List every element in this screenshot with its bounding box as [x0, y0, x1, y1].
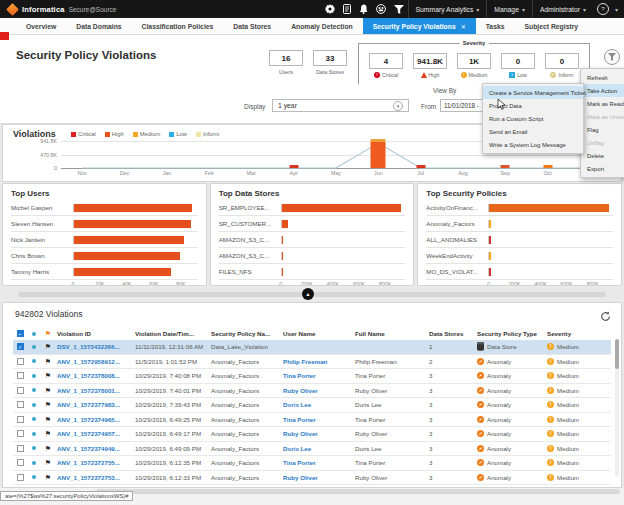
select-all-checkbox[interactable]: –	[17, 330, 24, 337]
timeline-bar-oct[interactable]	[543, 165, 552, 168]
menu-item-delete[interactable]: Delete	[581, 149, 624, 162]
timeline-bar-apr[interactable]	[289, 165, 298, 168]
table-row[interactable]: ⚑ANV_1_1572377983...10/29/2019, 7:39:43 …	[13, 398, 611, 413]
row-checkbox[interactable]	[17, 445, 24, 452]
row-checkbox[interactable]	[17, 372, 24, 379]
timeline-bar-jun[interactable]	[371, 142, 386, 168]
close-icon[interactable]: ✕	[461, 23, 466, 30]
tab-data-domains[interactable]: Data Domains	[66, 18, 131, 34]
menu-item-take-action[interactable]: Take Action	[581, 84, 624, 97]
row-checkbox[interactable]	[17, 358, 24, 365]
row-checkbox[interactable]	[17, 430, 24, 437]
user-name-link[interactable]: Tina Porter	[283, 459, 316, 466]
row-checkbox[interactable]	[17, 474, 24, 481]
column-header-violation-id[interactable]: Violation ID	[57, 330, 91, 337]
tab-data-stores[interactable]: Data Stores	[223, 18, 281, 34]
flag-icon[interactable]: ⚑	[45, 401, 51, 408]
scrollbar-thumb[interactable]	[615, 339, 619, 369]
user-name-link[interactable]: Ruby Oliver	[283, 387, 318, 394]
violation-id-link[interactable]: ANV_1_1572372755...	[57, 459, 120, 466]
horizontal-scrollbar[interactable]	[96, 489, 620, 494]
user-name-link[interactable]: Philip Freeman	[283, 358, 327, 365]
bar[interactable]	[489, 220, 490, 228]
table-row[interactable]: ⚑ANV_1_1572378008...10/29/2019, 7:40:08 …	[13, 369, 611, 384]
table-row[interactable]: ✓⚑DSV_1_1573432266...11/11/2019, 12:31:0…	[13, 340, 611, 355]
filter-funnel-icon[interactable]	[394, 5, 404, 14]
violation-id-link[interactable]: ANV_1_1572374957...	[57, 430, 120, 437]
row-checkbox[interactable]	[17, 459, 24, 466]
column-header-security-policy-na[interactable]: Security Policy Na...	[211, 330, 270, 337]
user-name-link[interactable]: Tina Porter	[283, 372, 316, 379]
timeline-bar-sep[interactable]	[501, 165, 510, 168]
violation-id-link[interactable]: ANV_1_1572372753...	[57, 474, 120, 481]
topbar-menu-summary-analytics[interactable]: Summary Analytics▾	[408, 0, 487, 18]
flag-icon[interactable]: ⚑	[45, 445, 51, 452]
bar[interactable]	[74, 220, 191, 228]
bar[interactable]	[489, 252, 490, 260]
table-row[interactable]: ⚑ANV_1_1572378001...10/29/2019, 7:40:01 …	[13, 384, 611, 399]
flag-icon[interactable]: ⚑	[45, 343, 51, 350]
table-row[interactable]: ⚑ANV_1_1572958912...11/5/2019, 1:01:52 P…	[13, 355, 611, 370]
topbar-menu-administrator[interactable]: Administrator▾	[532, 0, 593, 18]
row-checkbox[interactable]	[17, 401, 24, 408]
tab-anomaly-detection[interactable]: Anomaly Detection	[281, 18, 363, 34]
display-range-select[interactable]: 1 year ▾	[272, 99, 409, 112]
violation-id-link[interactable]: DSV_1_1573432266...	[57, 343, 120, 350]
flag-icon[interactable]: ⚑	[45, 358, 51, 365]
violation-id-link[interactable]: ANV_1_1572374949...	[57, 445, 120, 452]
flag-icon[interactable]: ⚑	[45, 416, 51, 423]
bar[interactable]	[282, 268, 284, 276]
bar[interactable]	[74, 268, 171, 276]
flag-icon[interactable]: ⚑	[45, 430, 51, 437]
column-header-data-stores[interactable]: Data Stores	[429, 330, 463, 337]
menu-item-flag[interactable]: Flag	[581, 123, 624, 136]
flag-icon[interactable]: ⚑	[45, 459, 51, 466]
tab-overview[interactable]: Overview	[16, 18, 66, 34]
bar[interactable]	[282, 236, 284, 244]
user-name-link[interactable]: Doris Lee	[283, 445, 311, 452]
column-header-severity[interactable]: Severity	[547, 330, 571, 337]
tab-subject-registry[interactable]: Subject Registry	[514, 18, 588, 34]
tab-security-policy-violations[interactable]: Security Policy Violations✕	[363, 18, 476, 34]
table-scrollbar[interactable]	[615, 339, 619, 477]
collapse-button[interactable]: ▲	[302, 288, 314, 300]
submenu-item-write-a-system-log-message[interactable]: Write a System Log Message	[483, 138, 583, 151]
flag-icon[interactable]: ⚑	[45, 372, 51, 379]
bar[interactable]	[489, 236, 491, 244]
bar[interactable]	[489, 268, 491, 276]
table-row[interactable]: ⚑ANV_1_1572372753...10/29/2019, 6:12:33 …	[13, 471, 611, 486]
notifications-bell-icon[interactable]	[359, 4, 368, 14]
user-groups-icon[interactable]	[376, 4, 386, 14]
table-row[interactable]: ⚑ANV_1_1572374965...10/29/2019, 6:49:25 …	[13, 413, 611, 428]
chevron-down-icon[interactable]: ▾	[615, 6, 618, 13]
bar[interactable]	[74, 204, 192, 212]
user-name-link[interactable]: Tina Porter	[283, 416, 316, 423]
violation-id-link[interactable]: ANV_1_1572377983...	[57, 401, 120, 408]
user-name-link[interactable]: Ruby Oliver	[283, 430, 318, 437]
refresh-icon[interactable]	[600, 308, 611, 326]
user-name-link[interactable]: Ruby Oliver	[283, 474, 318, 481]
row-checkbox[interactable]	[17, 387, 24, 394]
violation-id-link[interactable]: ANV_1_1572374965...	[57, 416, 120, 423]
menu-item-mark-as-read[interactable]: Mark as Read	[581, 97, 624, 110]
table-row[interactable]: ⚑ANV_1_1572374957...10/29/2019, 6:49:17 …	[13, 427, 611, 442]
bar[interactable]	[489, 204, 609, 212]
column-header-full-name[interactable]: Full Name	[355, 330, 385, 337]
tab-tasks[interactable]: Tasks	[476, 18, 515, 34]
tab-classification-policies[interactable]: Classification Policies	[132, 18, 224, 34]
bar[interactable]	[282, 252, 284, 260]
submenu-item-send-an-email[interactable]: Send an Email	[483, 125, 583, 138]
table-row[interactable]: ⚑ANV_1_1572374949...10/29/2019, 6:49:09 …	[13, 442, 611, 457]
help-icon[interactable]: ?	[597, 3, 609, 15]
settings-gear-icon[interactable]	[325, 4, 335, 14]
topbar-menu-manage[interactable]: Manage▾	[486, 0, 532, 18]
flag-icon[interactable]: ⚑	[45, 474, 51, 481]
violation-id-link[interactable]: ANV_1_1572378001...	[57, 387, 120, 394]
bar[interactable]	[282, 204, 402, 212]
bar[interactable]	[74, 236, 184, 244]
timeline-bar-jul[interactable]	[416, 165, 425, 168]
column-header-user-name[interactable]: User Name	[283, 330, 315, 337]
column-header-violation-date-tim[interactable]: Violation Date/Tim...	[135, 330, 194, 337]
menu-item-export[interactable]: Export	[581, 162, 624, 175]
bar[interactable]	[74, 252, 180, 260]
